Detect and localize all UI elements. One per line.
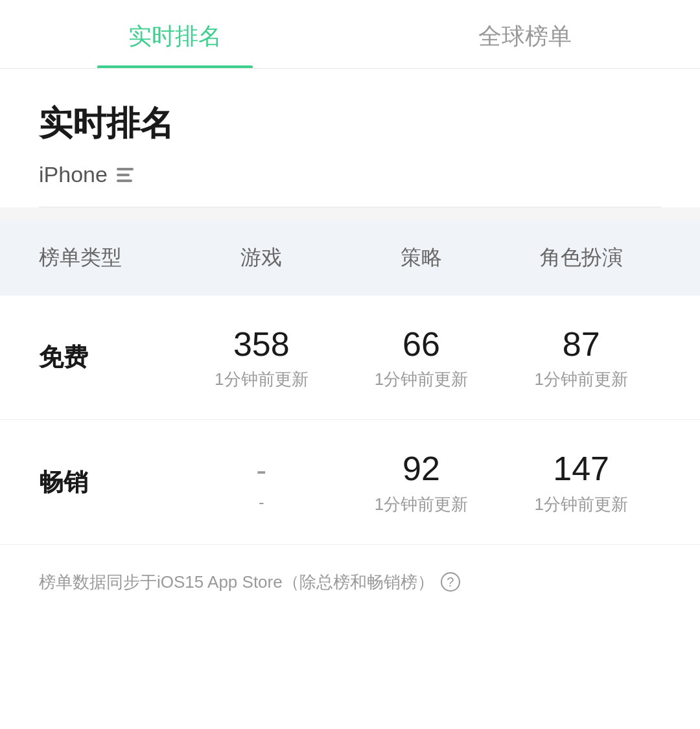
menu-line-1	[117, 168, 134, 170]
cell-paid-rpg[interactable]: 147 1分钟前更新	[501, 448, 661, 515]
update-free-game: 1分钟前更新	[181, 368, 342, 391]
col-header-rpg: 角色扮演	[501, 244, 661, 272]
help-icon[interactable]: ?	[441, 572, 460, 592]
footer: 榜单数据同步于iOS15 App Store（除总榜和畅销榜） ?	[0, 545, 700, 619]
row-label-paid: 畅销	[39, 466, 181, 499]
menu-line-3	[117, 179, 132, 182]
menu-icon[interactable]	[117, 168, 134, 182]
table-body: 免费 358 1分钟前更新 66 1分钟前更新 87 1分钟前更新 畅销 - -…	[0, 295, 700, 545]
menu-line-2	[117, 174, 130, 176]
cell-free-strategy[interactable]: 66 1分钟前更新	[342, 324, 502, 391]
rank-paid-game: -	[181, 452, 342, 489]
table-row-paid: 畅销 - - 92 1分钟前更新 147 1分钟前更新	[0, 420, 700, 544]
col-header-game: 游戏	[181, 244, 342, 272]
row-label-free: 免费	[39, 341, 181, 374]
device-selector[interactable]: iPhone	[39, 162, 661, 187]
tab-realtime-label: 实时排名	[128, 23, 222, 49]
rank-free-game: 358	[181, 324, 342, 364]
rank-free-rpg: 87	[501, 324, 661, 364]
spacer	[0, 207, 700, 220]
rank-paid-strategy: 92	[342, 448, 502, 489]
table-header: 榜单类型 游戏 策略 角色扮演	[0, 220, 700, 295]
cell-paid-game[interactable]: - -	[181, 452, 342, 513]
tab-global[interactable]: 全球榜单	[350, 0, 700, 68]
page-title-section: 实时排名 iPhone	[0, 69, 700, 207]
tab-realtime[interactable]: 实时排名	[0, 0, 350, 68]
update-free-strategy: 1分钟前更新	[342, 368, 502, 391]
tab-bar: 实时排名 全球榜单	[0, 0, 700, 69]
update-paid-strategy: 1分钟前更新	[342, 493, 502, 516]
page-title: 实时排名	[39, 101, 661, 146]
update-free-rpg: 1分钟前更新	[501, 368, 661, 391]
table-row-free: 免费 358 1分钟前更新 66 1分钟前更新 87 1分钟前更新	[0, 295, 700, 420]
col-header-strategy: 策略	[342, 244, 502, 272]
device-label: iPhone	[39, 162, 108, 187]
rank-free-strategy: 66	[342, 324, 502, 364]
rank-paid-rpg: 147	[501, 448, 661, 489]
update-paid-game: -	[181, 492, 342, 513]
cell-free-game[interactable]: 358 1分钟前更新	[181, 324, 342, 391]
cell-paid-strategy[interactable]: 92 1分钟前更新	[342, 448, 502, 515]
cell-free-rpg[interactable]: 87 1分钟前更新	[501, 324, 661, 391]
help-icon-label: ?	[447, 575, 454, 590]
col-header-type: 榜单类型	[39, 244, 181, 272]
tab-global-label: 全球榜单	[478, 23, 572, 49]
update-paid-rpg: 1分钟前更新	[501, 493, 661, 516]
footer-text: 榜单数据同步于iOS15 App Store（除总榜和畅销榜）	[39, 571, 434, 594]
